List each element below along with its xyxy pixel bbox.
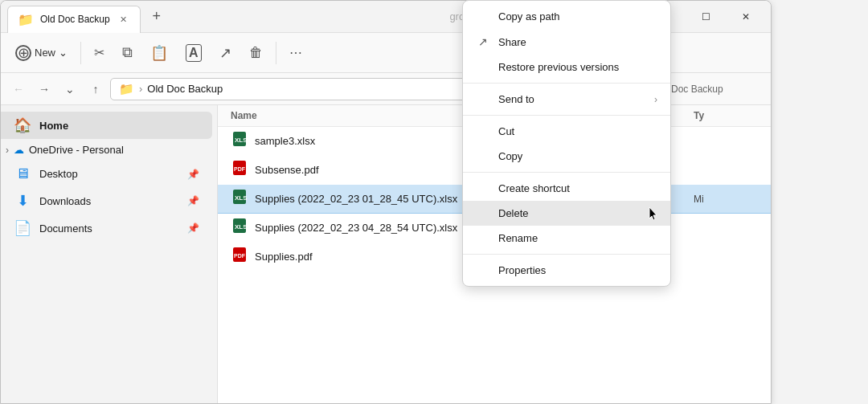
downloads-icon: ⬇	[14, 192, 31, 210]
ctx-label-delete: Delete	[498, 207, 529, 219]
new-label: New	[35, 47, 55, 59]
sidebar-item-desktop[interactable]: 🖥 Desktop 📌	[1, 161, 212, 187]
desktop-pin-icon: 📌	[187, 169, 199, 180]
svg-text:PDF: PDF	[234, 166, 246, 172]
context-menu: Copy as path ↗ Share Restore previous ve…	[462, 0, 671, 287]
maximize-button[interactable]: ☐	[687, 4, 724, 30]
up-button[interactable]: ↑	[84, 78, 107, 100]
more-icon: ⋯	[289, 45, 302, 60]
ctx-item-send-to[interactable]: Send to ›	[463, 87, 670, 112]
paste-icon: 📋	[150, 44, 168, 62]
cursor-icon	[648, 206, 659, 222]
ctx-item-copy-path[interactable]: Copy as path	[463, 4, 670, 29]
onedrive-icon: ☁	[14, 144, 24, 156]
sidebar-home-label: Home	[39, 120, 199, 132]
close-button[interactable]: ✕	[727, 4, 764, 30]
new-icon: ⊕	[15, 45, 31, 61]
pdf-icon-subsense: PDF	[231, 160, 248, 180]
sidebar-item-onedrive[interactable]: › ☁ OneDrive - Personal	[1, 139, 212, 161]
sidebar: 🏠 Home › ☁ OneDrive - Personal 🖥 Desktop…	[1, 105, 218, 403]
ctx-item-share[interactable]: ↗ Share	[463, 29, 670, 55]
desktop-icon: 🖥	[14, 165, 31, 182]
svg-text:PDF: PDF	[234, 253, 246, 259]
ctx-item-rename[interactable]: Rename	[463, 226, 670, 251]
downloads-pin-icon: 📌	[187, 195, 199, 206]
rename-button[interactable]: A	[178, 39, 210, 67]
svg-text:XLS: XLS	[235, 194, 248, 202]
svg-text:XLS: XLS	[235, 223, 248, 231]
ctx-sep-3	[463, 172, 670, 173]
cut-button[interactable]: ✂	[86, 40, 113, 65]
delete-button[interactable]: 🗑	[241, 40, 271, 66]
sidebar-item-downloads[interactable]: ⬇ Downloads 📌	[1, 187, 212, 214]
new-tab-button[interactable]: +	[144, 6, 170, 28]
new-button[interactable]: ⊕ New ⌄	[7, 40, 76, 66]
col-header-type: Ty	[694, 110, 758, 121]
ctx-label-copy: Copy	[498, 150, 522, 162]
cut-icon: ✂	[94, 45, 104, 60]
svg-text:XLS: XLS	[235, 137, 248, 144]
ctx-item-delete[interactable]: Delete	[463, 201, 670, 226]
sidebar-item-home[interactable]: 🏠 Home	[1, 112, 212, 139]
address-path[interactable]: 📁 › Old Doc Backup	[110, 78, 512, 100]
tab-close-button[interactable]: ✕	[117, 13, 130, 27]
xlsx-icon: XLS	[231, 131, 248, 151]
ctx-label-share: Share	[498, 36, 526, 48]
ctx-item-create-shortcut[interactable]: Create shortcut	[463, 176, 670, 201]
home-icon: 🏠	[14, 116, 31, 134]
sidebar-onedrive-label: OneDrive - Personal	[29, 144, 124, 156]
sidebar-documents-label: Documents	[39, 222, 179, 235]
breadcrumb-right: Doc Backup	[671, 84, 723, 95]
ctx-label-copy-path: Copy as path	[498, 10, 560, 22]
ctx-label-create-shortcut: Create shortcut	[498, 182, 570, 194]
share-button[interactable]: ↗	[211, 39, 240, 67]
onedrive-expand-arrow: ›	[6, 145, 9, 156]
forward-button[interactable]: →	[33, 78, 55, 100]
ctx-label-rename: Rename	[498, 232, 538, 244]
sidebar-item-documents[interactable]: 📄 Documents 📌	[1, 214, 212, 242]
recent-locations-button[interactable]: ⌄	[59, 78, 81, 100]
toolbar-sep-2	[276, 42, 276, 64]
copy-button[interactable]: ⧉	[114, 39, 141, 66]
ctx-item-properties[interactable]: Properties	[463, 258, 670, 283]
ctx-item-restore[interactable]: Restore previous versions	[463, 55, 670, 80]
ctx-item-cut[interactable]: Cut	[463, 119, 670, 144]
new-chevron: ⌄	[59, 47, 68, 59]
ctx-sep-4	[463, 254, 670, 255]
rename-icon: A	[186, 44, 202, 62]
documents-pin-icon: 📌	[187, 222, 199, 234]
ctx-label-properties: Properties	[498, 264, 546, 276]
xlsx-icon-supplies1: XLS	[231, 189, 248, 209]
more-button[interactable]: ⋯	[281, 40, 310, 65]
sidebar-desktop-label: Desktop	[39, 168, 179, 180]
file-type-supplies1: Mi	[694, 194, 758, 205]
ctx-label-send-to: Send to	[498, 93, 534, 105]
path-label: Old Doc Backup	[147, 83, 223, 95]
pdf-icon-supplies: PDF	[231, 247, 248, 267]
tab-folder-icon: 📁	[18, 12, 34, 27]
share-ctx-icon: ↗	[476, 35, 490, 48]
xlsx-icon-supplies2: XLS	[231, 218, 248, 238]
paste-button[interactable]: 📋	[142, 39, 176, 67]
ctx-item-copy[interactable]: Copy	[463, 144, 670, 169]
ctx-sep-1	[463, 83, 670, 84]
share-icon: ↗	[219, 44, 231, 62]
path-separator: ›	[139, 83, 142, 95]
sidebar-downloads-label: Downloads	[39, 195, 179, 207]
ctx-label-restore: Restore previous versions	[498, 61, 619, 73]
back-button[interactable]: ←	[7, 78, 30, 100]
toolbar-sep-1	[80, 42, 81, 64]
ctx-label-cut: Cut	[498, 125, 514, 137]
tab-title: Old Doc Backup	[40, 14, 110, 25]
copy-icon: ⧉	[122, 44, 133, 61]
active-tab[interactable]: 📁 Old Doc Backup ✕	[7, 6, 141, 33]
path-folder-icon: 📁	[119, 82, 134, 96]
ctx-sep-2	[463, 115, 670, 116]
delete-icon: 🗑	[249, 45, 263, 61]
tab-area: 📁 Old Doc Backup ✕ +	[7, 1, 327, 32]
documents-icon: 📄	[14, 219, 31, 237]
send-to-arrow: ›	[654, 94, 657, 105]
